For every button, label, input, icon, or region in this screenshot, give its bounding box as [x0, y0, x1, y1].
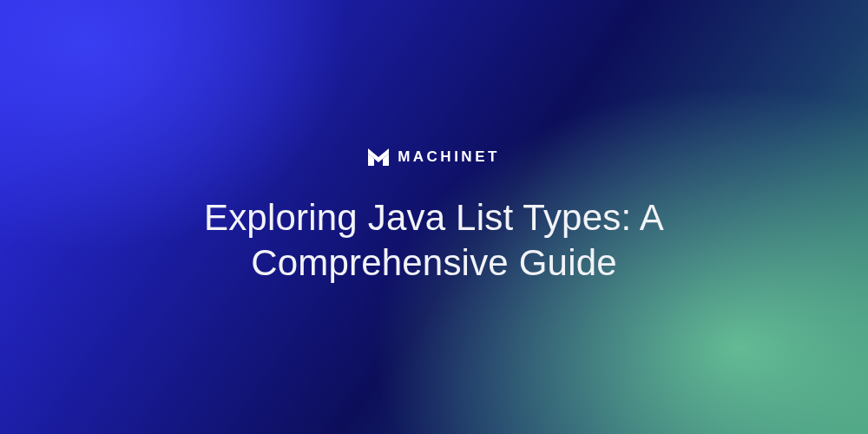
brand-name: MACHINET: [398, 148, 500, 166]
brand-lockup: MACHINET: [368, 148, 500, 166]
brand-logo-icon: [368, 148, 389, 166]
page-title: Exploring Java List Types: A Comprehensi…: [104, 195, 764, 286]
